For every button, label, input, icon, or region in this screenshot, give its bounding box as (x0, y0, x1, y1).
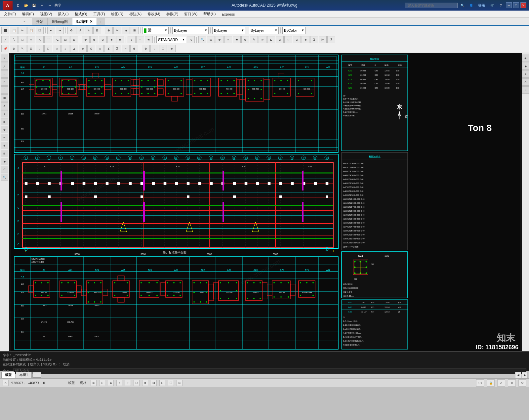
tb-trim[interactable]: ✂ (113, 27, 121, 34)
otrack-toggle[interactable]: ⊹ (125, 380, 131, 386)
sidebar-icon-offset[interactable]: ◈ (1, 158, 8, 165)
tab-start[interactable]: 开始 (32, 18, 48, 25)
canvas-area[interactable]: 编号 A1 A2 A21 A24 A25 A26 A27 A28 A29 A20… (9, 53, 522, 351)
shop-button[interactable]: 🛒 (489, 2, 496, 9)
tb2-7[interactable]: ⌥ (53, 36, 61, 43)
tb2-16[interactable]: ↔ (136, 36, 144, 43)
tb3-8[interactable]: ⌂ (61, 45, 69, 52)
tb2-21[interactable]: ⊗ (216, 36, 224, 43)
tb2-13[interactable]: ◈ (107, 36, 115, 43)
right-icon-3[interactable]: ≡ (522, 70, 529, 78)
menu-dimension[interactable]: 标注(N) (127, 11, 144, 17)
sidebar-icon-line[interactable]: ╱ (1, 63, 8, 70)
tb2-5[interactable]: △ (36, 36, 44, 43)
menu-format[interactable]: 格式(O) (72, 11, 90, 17)
tb2-24[interactable]: ⊕ (241, 36, 249, 43)
sidebar-icon-select[interactable]: ↖ (1, 55, 8, 62)
tb2-30[interactable]: ⊙ (293, 36, 301, 43)
lock-vport[interactable]: 🔒 (487, 379, 495, 387)
layout-scroll-right[interactable]: ▶ (522, 372, 528, 378)
tb-array[interactable]: ⊞ (131, 27, 139, 34)
tb2-3[interactable]: □ (19, 36, 26, 43)
sc-toggle[interactable]: ☐ (168, 380, 174, 386)
tb2-26[interactable]: ≋ (259, 36, 266, 43)
tb-btn-3[interactable]: ✂ (19, 27, 26, 34)
account-icon[interactable]: 👤 (468, 2, 475, 9)
tb2-14[interactable]: ◉ (116, 36, 124, 43)
tb2-31[interactable]: ◈ (302, 36, 309, 43)
right-icon-4[interactable]: ⊙ (522, 78, 529, 86)
tb3-20[interactable]: ◈ (168, 45, 176, 52)
tb3-19[interactable]: □ (159, 45, 167, 52)
right-icon-5[interactable]: ○ (522, 86, 529, 94)
tb3-15[interactable]: ≡ (122, 45, 130, 52)
tb2-22[interactable]: ≡ (224, 36, 232, 43)
help-button[interactable]: ? (497, 2, 505, 9)
model-tab-layout1[interactable]: 布局1 (16, 372, 32, 378)
tb2-33[interactable]: ⊩ (319, 36, 327, 43)
share-button[interactable]: 共享 (54, 2, 61, 9)
tb-offset[interactable]: ◈ (122, 27, 130, 34)
standard-dropdown[interactable]: STANDARD ▾ (156, 36, 186, 43)
open-button[interactable]: 📂 (22, 2, 30, 9)
sidebar-icon-extend[interactable]: ⊕ (1, 142, 8, 149)
am-toggle[interactable]: ⊗ (177, 380, 183, 386)
restore-button[interactable]: □ (513, 2, 519, 8)
menu-window[interactable]: 窗口(W) (182, 11, 200, 17)
sidebar-icon-arc[interactable]: ⌒ (1, 86, 8, 94)
tb-undo[interactable]: ↩ (47, 27, 55, 34)
tb-btn-2[interactable]: 📋 (10, 27, 18, 34)
tb3-16[interactable]: ⊗ (130, 45, 138, 52)
tb3-18[interactable]: ○ (150, 45, 158, 52)
bycolor-dropdown[interactable]: ByColor ▾ (282, 27, 305, 34)
tspace-toggle[interactable]: ⊠ (151, 380, 157, 386)
tb2-6[interactable]: ⌒ (44, 36, 52, 43)
tb-btn-4[interactable]: 📋 (27, 27, 35, 34)
tb-extend[interactable]: ⊕ (105, 27, 113, 34)
tb-rotate[interactable]: ↺ (76, 27, 84, 34)
menu-edit[interactable]: 编辑(E) (19, 11, 37, 17)
right-icon-2[interactable]: ◈ (522, 63, 529, 70)
new-button[interactable]: 🗋 (15, 2, 22, 9)
menu-express[interactable]: Express (219, 12, 237, 17)
sidebar-icon-move[interactable]: ✥ (1, 126, 8, 133)
tb3-6[interactable]: □ (44, 45, 52, 52)
ortho-toggle[interactable]: ⊞ (99, 380, 105, 386)
annot-scale[interactable]: A (497, 379, 505, 387)
dynin-toggle[interactable]: D (134, 380, 140, 386)
tb3-13[interactable]: ⊻ (104, 45, 112, 52)
tb2-12[interactable]: ⊙ (99, 36, 107, 43)
tb2-15[interactable]: ↕ (128, 36, 136, 43)
menu-help[interactable]: 帮助(H) (201, 11, 218, 17)
bylayer-dropdown-2[interactable]: ByLayer ▾ (212, 27, 245, 34)
tb2-32[interactable]: ⊻ (310, 36, 318, 43)
tb2-28[interactable]: ⊿ (276, 36, 284, 43)
osnap-toggle[interactable]: ○ (116, 380, 122, 386)
login-label[interactable]: 登录 (478, 3, 485, 8)
tb2-19[interactable]: 🔍 (198, 36, 206, 43)
tb3-1[interactable]: 📌 (1, 45, 9, 52)
layout-scroll-left[interactable]: ◀ (515, 372, 521, 378)
sidebar-icon-rotate[interactable]: ↺ (1, 166, 8, 173)
tb3-14[interactable]: ⊼ (113, 45, 121, 52)
tb3-2[interactable]: ⊕ (10, 45, 18, 52)
tb2-25[interactable]: ✎ (250, 36, 258, 43)
model-tab-add[interactable]: + (32, 372, 42, 378)
sidebar-icon-block[interactable]: ⊞ (1, 118, 8, 125)
snap-toggle[interactable]: ⊕ (91, 380, 97, 386)
command-input[interactable] (14, 368, 526, 374)
tb-scale[interactable]: ⤡ (85, 27, 93, 34)
menu-insert[interactable]: 插入(I) (55, 11, 71, 17)
menu-draw[interactable]: 绘图(D) (108, 11, 126, 17)
drawing-canvas[interactable]: 编号 A1 A2 A21 A24 A25 A26 A27 A28 A29 A20… (9, 53, 522, 351)
close-button[interactable]: ✕ (520, 2, 526, 8)
tb-move[interactable]: ✥ (67, 27, 75, 34)
vport-btn[interactable]: 1:1 (476, 379, 484, 387)
qprops-toggle[interactable]: ⊡ (159, 380, 165, 386)
menu-tools[interactable]: 工具(T) (91, 11, 108, 17)
menu-modify[interactable]: 修改(M) (145, 11, 163, 17)
sidebar-icon-text[interactable]: A (1, 102, 8, 109)
tb3-4[interactable]: ⊞ (27, 45, 35, 52)
tb2-27[interactable]: ⊾ (267, 36, 275, 43)
tb-btn-5[interactable]: ☐ (36, 27, 44, 34)
